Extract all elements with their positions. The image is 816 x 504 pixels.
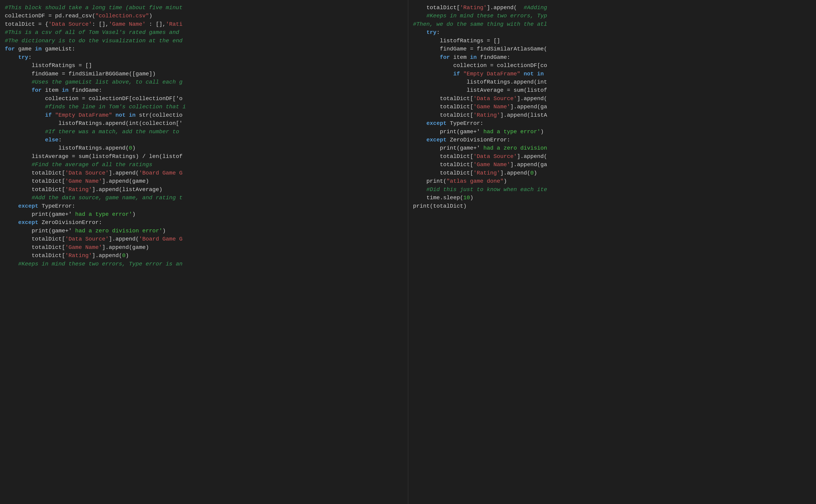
code-token [520, 71, 524, 77]
code-token: 'Rating' [460, 5, 487, 11]
code-token: = [38, 21, 42, 27]
code-token: = [62, 71, 65, 77]
code-token [413, 137, 427, 143]
code-token: #The dictionary is to do the visualizati… [5, 38, 183, 44]
code-line: totalDict['Rating'].append( #Adding [413, 4, 811, 12]
code-token: ) [125, 252, 129, 259]
code-token: collectionDF[co [494, 62, 547, 69]
editor-container: #This block should take a long time (abo… [0, 0, 816, 504]
code-line: for item in findGame: [5, 86, 403, 94]
code-line: if "Empty DataFrame" not in str(collecti… [5, 111, 403, 119]
code-line: totalDict['Data Source'].append( [413, 152, 811, 161]
code-token: item [42, 87, 62, 93]
code-token: ZeroDivisionError: [38, 219, 102, 226]
code-line: except TypeError: [5, 202, 403, 210]
code-token [460, 71, 464, 77]
code-line: listofRatings.append(int(collection[' [5, 119, 403, 127]
code-line: time.sleep(10) [413, 194, 811, 202]
code-token: ) [470, 195, 473, 201]
code-token: had a type error' [72, 211, 132, 217]
code-token: = [490, 62, 494, 69]
code-line: except TypeError: [413, 119, 811, 127]
code-token [5, 54, 18, 60]
code-token: listofRatings.append(int [413, 79, 547, 85]
code-line: totalDict['Rating'].append(0) [5, 252, 403, 260]
code-token: collectionDF[collectionDF['o [85, 96, 182, 102]
code-token: 'Data Source' [65, 236, 109, 242]
code-token: +' [473, 145, 480, 151]
code-token: str(collectio [135, 112, 182, 118]
code-line: print(game+' had a zero division error') [5, 227, 403, 235]
code-token: time.sleep( [413, 195, 464, 201]
code-token: 'Rating' [65, 252, 92, 259]
code-token: ].append(game) [102, 244, 149, 251]
code-token: 'Game Name' [65, 178, 102, 184]
code-token: sum(listofRatings) / len(listof [75, 153, 183, 160]
code-token: ) [504, 178, 507, 184]
code-token: = [487, 38, 490, 44]
code-token: findSimilarBGGGame([game]) [65, 71, 156, 77]
code-token [5, 203, 18, 209]
code-token: not [524, 71, 534, 77]
code-token: 'Data Source' [65, 170, 109, 176]
code-token [5, 137, 45, 143]
code-token: = [82, 96, 85, 102]
code-token: gameList: [42, 46, 75, 52]
code-token: = [79, 62, 82, 69]
code-line: #Add the data source, game name, and rat… [5, 194, 403, 202]
code-token: ) [132, 211, 136, 217]
code-token: not [115, 112, 125, 118]
code-token: totalDict[ [5, 236, 65, 242]
code-token: print(totalDict) [413, 203, 467, 209]
code-token [5, 87, 32, 93]
code-token: totalDict[ [413, 5, 460, 11]
code-token: +' [473, 129, 480, 135]
code-token: print(game [5, 228, 65, 234]
code-line: #This is a csv of all of Tom Vasel's rat… [5, 28, 403, 36]
code-token [413, 54, 440, 60]
code-token: #Keeps in mind these two errors, Type er… [5, 261, 183, 267]
code-token: except [18, 219, 38, 226]
code-token: ].append(listA [500, 112, 547, 118]
code-token: ].append( [500, 170, 530, 176]
code-token: = [72, 153, 75, 160]
code-token: : [437, 29, 440, 36]
code-line: listofRatings.append(int [413, 78, 811, 86]
code-token: totalDict[ [5, 252, 65, 259]
code-token: listAverage [5, 153, 72, 160]
code-line: totalDict = {'Data Source': [],'Game Nam… [5, 20, 403, 28]
code-line: findGame = findSimilarAtlasGame( [413, 45, 811, 53]
left-code-pane: #This block should take a long time (abo… [0, 0, 408, 504]
code-token: 'Board Game G [139, 170, 182, 176]
code-token: in [35, 46, 42, 52]
code-token: findGame: [68, 87, 102, 93]
code-token: totalDict[ [413, 112, 473, 118]
code-token: 0 [129, 145, 132, 151]
code-token: #Add the data source, game name, and rat… [5, 195, 183, 201]
code-line: listofRatings = [] [5, 61, 403, 70]
code-token: ) [541, 129, 544, 135]
code-token: = [470, 46, 473, 52]
code-token: item [450, 54, 470, 60]
code-token: #This block should take a long time (abo… [5, 5, 183, 11]
code-line: #Keeps in mind these two errors, Type er… [5, 260, 403, 268]
code-token: #This is a csv of all of Tom Vasel's rat… [5, 29, 179, 36]
code-token: print(game [413, 129, 473, 135]
code-token: ].append(game) [102, 178, 149, 184]
code-token: 'Rating' [473, 170, 500, 176]
code-token: had a type error' [480, 129, 541, 135]
code-token: in [470, 54, 477, 60]
code-token: ) [132, 145, 136, 151]
code-token: ].append( [92, 252, 122, 259]
code-token: #finds the line in Tom's collection that… [5, 104, 186, 110]
code-token: ) [534, 170, 537, 176]
code-line: #Then, we do the same thing with the atl [413, 20, 811, 28]
code-token: findGame [5, 71, 62, 77]
code-line: totalDict['Rating'].append(listA [413, 111, 811, 119]
code-line: for item in findGame: [413, 53, 811, 61]
code-line: findGame = findSimilarBGGGame([game]) [5, 70, 403, 78]
code-token: collection [413, 62, 490, 69]
code-line: try: [5, 53, 403, 61]
code-token [413, 71, 454, 77]
code-token: 0 [122, 252, 125, 259]
